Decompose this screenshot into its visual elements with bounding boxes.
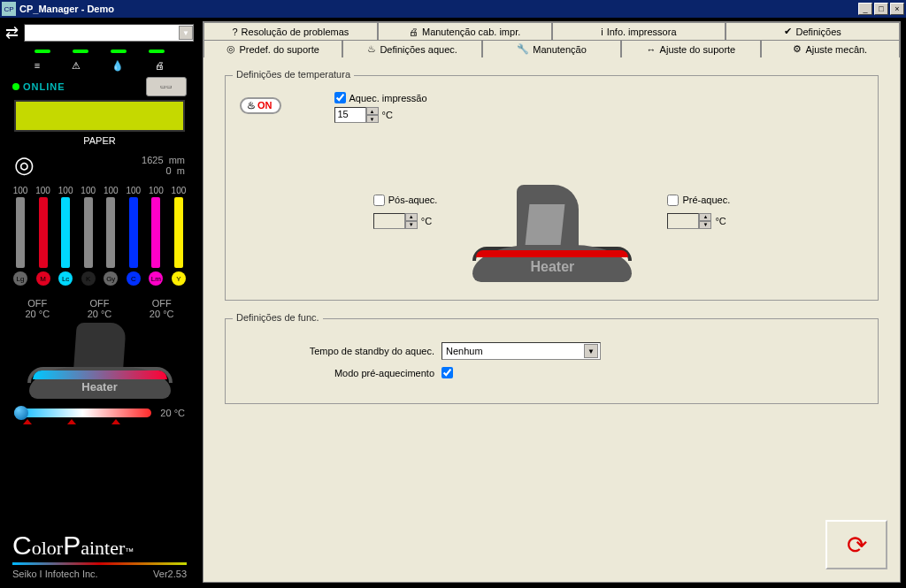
ink-bar-icon: [61, 197, 70, 268]
cassette-icon[interactable]: ▭▭: [146, 77, 187, 96]
tab-defini-es[interactable]: ✔Definições: [726, 22, 900, 40]
slider-marker-icon: [111, 419, 120, 424]
slider-value: 20 °C: [160, 408, 185, 418]
preheat-mode-checkbox[interactable]: [441, 367, 453, 378]
tab-icon: 🖨: [409, 27, 418, 37]
group-title: Definições de func.: [233, 312, 323, 323]
function-group: Definições de func. Tempo de standby do …: [225, 318, 879, 404]
ink-value: 100: [149, 186, 164, 195]
sidebar: ⇄ ▼ ≡ ⚠ 💧 🖨 ONLINE ▭▭ PAPER ◎ 1625 mm 0 …: [0, 18, 199, 588]
tab-icon: ↔: [647, 44, 656, 55]
temp-slider[interactable]: [14, 409, 151, 417]
tab-manuten-o[interactable]: 🔧Manutenção: [482, 40, 621, 57]
ink-bar-icon: [174, 197, 183, 268]
tab-label: Ajuste mecân.: [805, 44, 867, 55]
refresh-button[interactable]: ⟳: [825, 520, 887, 569]
roll-length: 0: [166, 165, 172, 176]
standby-select[interactable]: Nenhum▼: [441, 342, 601, 360]
post-heat-checkbox[interactable]: Pós-aquec.: [373, 195, 438, 206]
ink-column: 100 K: [79, 186, 98, 286]
maximize-button[interactable]: □: [874, 3, 888, 15]
heater-temp-3: 20 °C: [150, 309, 174, 319]
checkbox-input[interactable]: [667, 195, 679, 206]
tab-defini-es-aquec-[interactable]: ♨Definições aquec.: [342, 40, 481, 57]
content-area: ?Resolução de problemas🖨Manutenção cab. …: [199, 18, 906, 588]
window-controls: _ □ ×: [856, 3, 904, 15]
ink-levels: 100 Lg100 M100 Lc100 K100 Gy100 C100 Lm1…: [5, 184, 194, 287]
refresh-icon: ⟳: [847, 531, 867, 560]
heater-arc-fill-icon: [476, 250, 628, 257]
standby-label: Tempo de standby do aquec.: [275, 346, 434, 356]
ink-bar-icon: [16, 197, 25, 268]
heater-toggle[interactable]: ♨ON: [240, 97, 281, 114]
tab-manuten-o-cab-impr-[interactable]: 🖨Manutenção cab. impr.: [378, 22, 552, 40]
print-heat-checkbox[interactable]: Aquec. impressão: [334, 92, 427, 103]
tab-icon: ⚙: [793, 43, 802, 55]
tab-icon: ◎: [226, 43, 235, 55]
print-heat-value[interactable]: 15: [334, 107, 366, 123]
ink-bar-icon: [106, 197, 115, 268]
tab-label: Manutenção: [533, 44, 587, 55]
ink-value: 100: [126, 186, 141, 195]
ink-dot-icon: M: [36, 271, 50, 286]
chevron-down-icon[interactable]: ▼: [179, 26, 193, 40]
spin-up-icon[interactable]: ▲: [699, 213, 711, 221]
spin-down-icon[interactable]: ▼: [366, 115, 379, 123]
chevron-down-icon[interactable]: ▼: [584, 344, 598, 358]
slider-thumb-icon[interactable]: [14, 406, 28, 420]
checkbox-input[interactable]: [373, 195, 385, 206]
heater-body-icon: [73, 323, 127, 369]
tab-row-top: ?Resolução de problemas🖨Manutenção cab. …: [203, 22, 900, 40]
logo-underline-icon: [12, 562, 187, 565]
checkbox-input[interactable]: [334, 92, 346, 103]
led-icon: [73, 50, 88, 53]
ink-icon[interactable]: 💧: [111, 60, 124, 72]
standby-value: Nenhum: [446, 346, 483, 356]
led-icon: [35, 50, 50, 53]
tab-icon: ?: [232, 27, 237, 37]
pre-heat-checkbox[interactable]: Pré-aquec.: [667, 195, 730, 206]
company-name: Seiko I Infotech Inc.: [12, 569, 98, 579]
heater-status-3: OFF: [150, 298, 174, 309]
swap-icon[interactable]: ⇄: [5, 23, 19, 42]
ink-bar-icon: [129, 197, 138, 268]
minimize-button[interactable]: _: [858, 3, 872, 15]
ink-column: 100 Lc: [56, 186, 75, 286]
printer-select[interactable]: ▼: [24, 24, 194, 42]
tab-label: Ajuste do suporte: [660, 44, 736, 55]
ink-column: 100 Gy: [101, 186, 120, 286]
spin-down-icon[interactable]: ▼: [405, 221, 418, 229]
led-icon: [111, 50, 127, 53]
spin-up-icon[interactable]: ▲: [366, 107, 379, 115]
spin-up-icon[interactable]: ▲: [405, 213, 418, 221]
heater-label: Heater: [455, 259, 649, 275]
tab-predef-do-suporte[interactable]: ◎Predef. do suporte: [203, 40, 342, 57]
post-heat-value: [373, 213, 405, 229]
tab-ajuste-do-suporte[interactable]: ↔Ajuste do suporte: [621, 40, 760, 57]
unit-label: °C: [421, 216, 432, 226]
toggle-on-label: ON: [257, 100, 273, 111]
warning-icon[interactable]: ⚠: [72, 60, 81, 72]
database-icon[interactable]: ≡: [35, 60, 40, 72]
tab-info-impressora[interactable]: iInfo. impressora: [552, 22, 726, 40]
ink-column: 100 Lg: [11, 186, 30, 286]
app-icon: CP: [2, 2, 16, 16]
tab-resolu-o-de-problemas[interactable]: ?Resolução de problemas: [203, 22, 378, 40]
ink-dot-icon: K: [81, 271, 96, 286]
paper-label: PAPER: [5, 135, 194, 146]
tab-icon: ✔: [784, 26, 792, 37]
ink-dot-icon: C: [127, 271, 141, 286]
heat-waves-icon: ♨: [247, 100, 254, 111]
ink-dot-icon: Y: [172, 271, 186, 286]
post-heat-label: Pós-aquec.: [388, 195, 438, 205]
ink-value: 100: [81, 186, 96, 195]
status-leds: [5, 46, 194, 57]
tab-ajuste-mec-n-[interactable]: ⚙Ajuste mecân.: [761, 40, 900, 57]
close-button[interactable]: ×: [890, 3, 904, 15]
tab-panel: Definições de temperatura ♨ON Aquec. imp…: [203, 57, 900, 582]
ink-column: 100 Y: [169, 186, 188, 286]
tab-label: Resolução de problemas: [242, 27, 349, 37]
spin-down-icon[interactable]: ▼: [699, 221, 711, 229]
printer-icon[interactable]: 🖨: [155, 60, 165, 72]
slider-marker-icon: [23, 419, 32, 424]
